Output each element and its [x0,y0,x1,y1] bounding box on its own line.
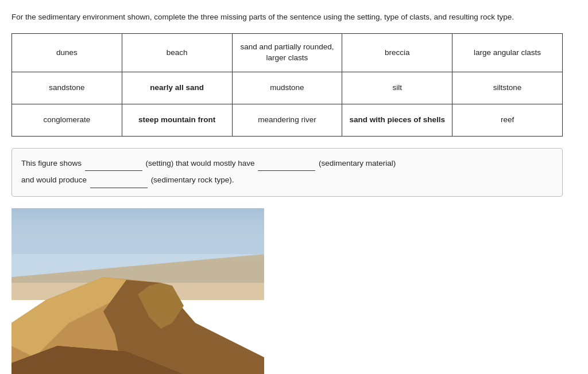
dune-image [11,208,264,374]
word-cell-nearly-all-sand[interactable]: nearly all sand [122,72,233,104]
setting-blank[interactable] [85,157,142,171]
word-cell-siltstone[interactable]: siltstone [452,72,563,104]
sentence-part2: (setting) that would mostly have [146,159,255,167]
sentence-completion-box: This figure shows (setting) that would m… [11,148,563,197]
sentence-part4: and would produce [21,176,87,184]
word-cell-sand-with-shells[interactable]: sand with pieces of shells [342,104,452,137]
word-cell-sandstone[interactable]: sandstone [12,72,122,104]
rock-type-blank[interactable] [90,173,148,188]
material-blank[interactable] [258,157,315,171]
word-cell-conglomerate[interactable]: conglomerate [12,104,122,137]
word-cell-breccia[interactable]: breccia [342,34,452,72]
svg-rect-9 [11,208,264,260]
word-cell-reef[interactable]: reef [452,104,563,137]
word-cell-meandering-river[interactable]: meandering river [233,104,343,137]
word-cell-silt[interactable]: silt [342,72,452,104]
sentence-part5: (sedimentary rock type). [151,176,234,184]
word-cell-mudstone[interactable]: mudstone [233,72,343,104]
word-cell-large-angular-clasts[interactable]: large angular clasts [452,34,563,72]
sentence-part3: (sedimentary material) [319,159,396,167]
word-cell-dunes[interactable]: dunes [12,34,122,72]
sentence-part1: This figure shows [21,159,82,167]
word-cell-sand-partially-rounded[interactable]: sand and partially rounded, larger clast… [233,34,343,72]
word-cell-steep-mountain-front[interactable]: steep mountain front [122,104,233,137]
instructions-text: For the sedimentary environment shown, c… [11,11,563,23]
word-cell-beach[interactable]: beach [122,34,233,72]
dune-image-container: ©Susanne Gillatt [11,208,264,374]
word-bank: dunes beach sand and partially rounded, … [11,33,563,137]
